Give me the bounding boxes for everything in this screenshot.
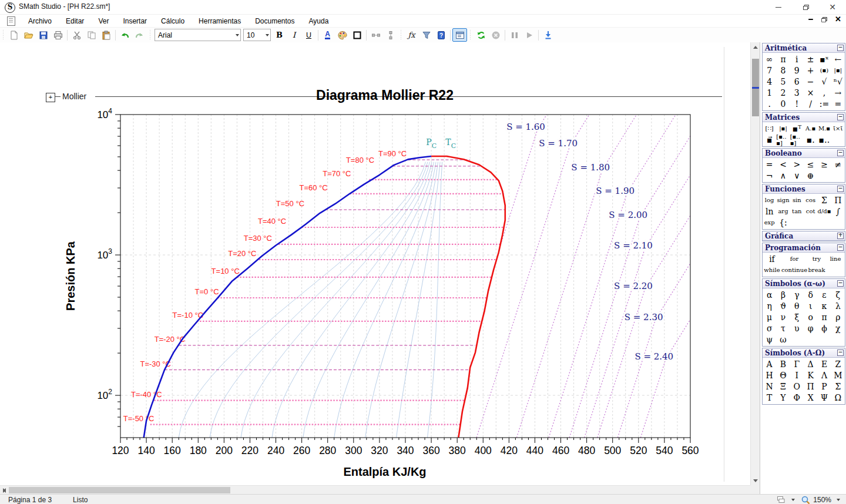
palette-item[interactable]: tan — [790, 206, 804, 217]
palette-item[interactable]: β — [776, 289, 790, 300]
menu-calculo[interactable]: Cálculo — [154, 16, 192, 26]
mdi-minimize-button[interactable] — [808, 19, 813, 20]
palette-item[interactable]: λ — [831, 300, 845, 311]
scroll-down-button[interactable] — [751, 476, 760, 485]
palette-item[interactable]: d/d▪ — [817, 206, 831, 217]
horizontal-scrollbar[interactable] — [0, 485, 750, 495]
collapse-icon[interactable]: − — [837, 186, 844, 192]
stop-button[interactable] — [488, 28, 503, 42]
cut-button[interactable] — [69, 28, 84, 42]
palette-item[interactable]: ▪⃗ — [763, 134, 776, 145]
palette-item[interactable]: [∷] — [763, 123, 776, 134]
palette-item[interactable]: Ρ — [817, 381, 831, 392]
menu-ver[interactable]: Ver — [91, 16, 116, 26]
side-panel-toggle-button[interactable] — [452, 28, 467, 42]
palette-item[interactable]: log — [763, 194, 776, 206]
palette-item[interactable]: ¬ — [763, 170, 776, 181]
palette-item[interactable]: {: — [776, 217, 790, 228]
italic-button[interactable]: I — [287, 28, 301, 42]
palette-item[interactable]: if — [763, 253, 781, 264]
palette-item[interactable]: Χ — [804, 392, 817, 403]
font-color-button[interactable]: A — [320, 28, 335, 42]
palette-item[interactable]: = — [831, 98, 845, 109]
zoom-level[interactable]: 150% — [813, 496, 831, 504]
close-button[interactable]: ✕ — [819, 0, 846, 14]
palette-item[interactable]: 0 — [776, 98, 790, 109]
palette-item[interactable]: < — [776, 159, 790, 170]
palette-item[interactable]: α — [763, 289, 776, 300]
palette-item[interactable]: 6 — [790, 76, 804, 87]
menu-documentos[interactable]: Documentos — [248, 16, 301, 26]
palette-item[interactable]: ζ — [831, 289, 845, 300]
palette-item[interactable]: Ε — [817, 358, 831, 369]
palette-item[interactable]: σ — [763, 322, 776, 334]
palette-item[interactable]: ψ — [763, 334, 776, 345]
scroll-right-button[interactable] — [0, 486, 9, 495]
copy-button[interactable] — [84, 28, 99, 42]
panel-header[interactable]: Aritmética− — [763, 43, 845, 53]
palette-item[interactable]: / — [804, 98, 817, 109]
palette-item[interactable]: Η — [763, 369, 776, 381]
undo-button[interactable] — [118, 28, 132, 42]
palette-item[interactable]: ln — [763, 206, 776, 217]
reference-book-button[interactable]: ? — [434, 28, 448, 42]
panel-header[interactable]: Programación− — [763, 243, 845, 253]
palette-item[interactable]: Σ — [817, 194, 831, 206]
expand-icon[interactable]: + — [837, 233, 844, 239]
palette-item[interactable]: Ω — [831, 392, 845, 403]
palette-item[interactable]: , — [817, 87, 831, 98]
palette-item[interactable]: [▪‥▪] — [776, 134, 790, 145]
palette-item[interactable]: arg — [776, 206, 790, 217]
step-button[interactable] — [540, 28, 555, 42]
palette-item[interactable]: ← — [831, 53, 845, 65]
background-color-button[interactable] — [335, 28, 350, 42]
bold-button[interactable]: B — [272, 28, 287, 42]
palette-item[interactable]: ο — [804, 311, 817, 322]
palette-item[interactable]: 9 — [790, 65, 804, 76]
collapse-icon[interactable]: − — [837, 150, 844, 156]
palette-item[interactable]: Ξ — [776, 381, 790, 392]
palette-item[interactable]: θ — [790, 300, 804, 311]
palette-item[interactable]: ≠ — [831, 159, 845, 170]
paste-button[interactable] — [99, 28, 113, 42]
filter-button[interactable] — [419, 28, 434, 42]
palette-item[interactable]: (▪) — [817, 65, 831, 76]
palette-item[interactable]: ξ — [790, 311, 804, 322]
panel-header[interactable]: Símbolos (α-ω)− — [763, 279, 845, 288]
palette-item[interactable]: ω — [776, 334, 790, 345]
mdi-restore-button[interactable] — [821, 17, 827, 22]
palette-item[interactable]: M.▪ — [817, 123, 831, 134]
palette-item[interactable]: = — [763, 159, 776, 170]
menu-herramientas[interactable]: Herramientas — [192, 16, 248, 26]
pause-button[interactable] — [507, 28, 522, 42]
palette-item[interactable]: > — [790, 159, 804, 170]
palette-item[interactable]: continue — [781, 264, 807, 275]
menu-archivo[interactable]: Archivo — [21, 16, 59, 26]
underline-button[interactable]: U — [301, 28, 316, 42]
panel-header[interactable]: Funciones− — [763, 184, 845, 194]
palette-item[interactable]: 2 — [776, 87, 790, 98]
new-document-button[interactable] — [6, 28, 21, 42]
palette-item[interactable]: Α — [763, 358, 776, 369]
palette-item[interactable]: Φ — [790, 392, 804, 403]
palette-item[interactable]: ι — [804, 300, 817, 311]
palette-item[interactable]: Δ — [804, 358, 817, 369]
play-button[interactable] — [522, 28, 536, 42]
chevron-down-icon[interactable] — [837, 499, 840, 501]
palette-item[interactable]: − — [804, 76, 817, 87]
palette-item[interactable]: |▪| — [776, 123, 790, 134]
palette-item[interactable]: i — [790, 53, 804, 65]
palette-item[interactable]: ▪ˣ — [817, 53, 831, 65]
palette-item[interactable]: × — [804, 87, 817, 98]
palette-item[interactable]: κ — [817, 300, 831, 311]
open-document-button[interactable] — [21, 28, 36, 42]
palette-item[interactable]: |▪| — [831, 65, 845, 76]
palette-item[interactable]: ≤ — [804, 159, 817, 170]
vertical-scrollbar[interactable] — [750, 42, 760, 485]
palette-item[interactable]: exp — [763, 217, 776, 228]
page-layout-icon[interactable] — [777, 496, 786, 504]
collapse-icon[interactable]: − — [837, 114, 844, 120]
palette-item[interactable]: √ — [817, 76, 831, 87]
palette-item[interactable]: Π — [804, 381, 817, 392]
palette-item[interactable]: γ — [790, 289, 804, 300]
